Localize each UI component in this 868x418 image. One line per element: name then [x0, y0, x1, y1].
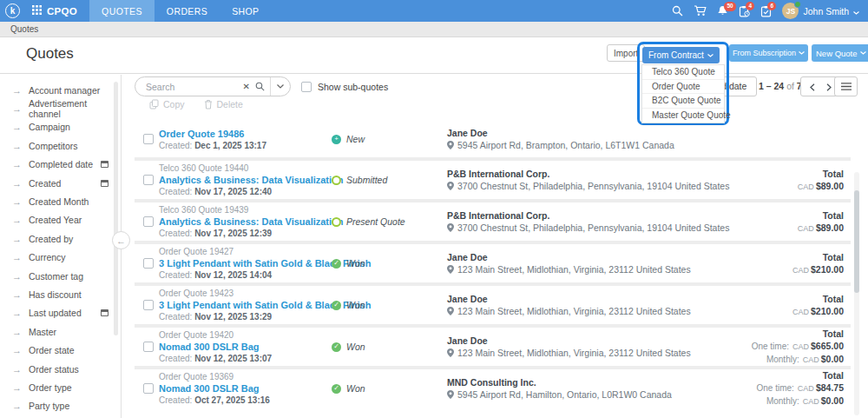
quote-created: Created: Oct 27, 2025 13:16	[159, 395, 341, 406]
list-options-button[interactable]	[834, 76, 858, 96]
status-won-icon: ✓	[332, 259, 341, 269]
search-options-chevron-icon[interactable]	[271, 84, 290, 89]
row-checkbox[interactable]	[143, 383, 154, 394]
tab-shop[interactable]: SHOP	[220, 0, 271, 22]
row-checkbox[interactable]	[143, 342, 154, 352]
filter-label: Account manager	[29, 85, 100, 96]
delete-button[interactable]: Delete	[204, 99, 243, 109]
sidebar-item-order-state[interactable]: →Order state	[0, 341, 121, 359]
tab-orders[interactable]: ORDERS	[155, 0, 220, 22]
notifications-bell-icon[interactable]: 50	[717, 5, 728, 17]
currency-code: CAD	[803, 397, 819, 406]
filter-label: Has discount	[29, 289, 82, 300]
from-contract-menu: Telco 360 QuoteOrder QuoteB2C Quote Quot…	[641, 64, 725, 123]
pagination-of: of	[786, 81, 794, 91]
calendar-icon[interactable]	[101, 180, 108, 187]
app-switcher[interactable]: CPQO	[32, 0, 77, 22]
clear-search-icon[interactable]: ✕	[243, 82, 250, 91]
quote-name-link[interactable]: Analytics & Business: Data Visualization	[159, 216, 341, 228]
copy-button[interactable]: Copy	[149, 99, 185, 109]
row-checkbox[interactable]	[143, 175, 154, 185]
top-navigation-bar: k CPQO QUOTES ORDERS SHOP 50 4 6 JS John…	[0, 0, 868, 22]
quote-row[interactable]: Order Quote 19486Created: Dec 1, 2025 13…	[135, 121, 851, 157]
search-icon[interactable]	[672, 5, 683, 17]
bell-badge: 50	[724, 2, 735, 11]
quote-name-link[interactable]: Nomad 300 DSLR Bag	[159, 341, 341, 353]
sidebar-filter-list: →Account manager→Advertisement channel→C…	[0, 81, 121, 415]
sidebar-scrollbar[interactable]	[114, 82, 118, 335]
sidebar-item-created[interactable]: →Created	[0, 174, 121, 192]
pending-tasks-icon[interactable]: 4	[739, 5, 750, 17]
quote-type-label: Order Quote 19420	[159, 329, 341, 341]
sidebar-item-advertisement-channel[interactable]: →Advertisement channel	[0, 99, 121, 117]
sidebar-item-created-by[interactable]: →Created by	[0, 229, 121, 248]
next-page-button[interactable]	[826, 79, 832, 95]
new-quote-button[interactable]: New Quote	[812, 44, 868, 62]
sidebar-collapse-button[interactable]: ←	[112, 231, 130, 249]
quote-row[interactable]: Order Quote 19420Nomad 300 DSLR BagCreat…	[135, 328, 851, 366]
tab-quotes[interactable]: QUOTES	[89, 0, 155, 22]
sidebar-item-campaign[interactable]: →Campaign	[0, 118, 121, 136]
quote-name-link[interactable]: Order Quote 19486	[159, 128, 341, 140]
sidebar-item-order-status[interactable]: →Order status	[0, 360, 121, 378]
filter-label: Last updated	[29, 308, 82, 318]
dropdown-item-order-quote[interactable]: Order Quote	[642, 80, 724, 95]
sidebar-item-created-month[interactable]: →Created Month	[0, 192, 121, 210]
row-checkbox[interactable]	[143, 258, 154, 269]
dropdown-item-master-quote-quote[interactable]: Master Quote Quote	[642, 109, 724, 123]
sidebar-item-last-updated[interactable]: →Last updated	[0, 304, 121, 322]
status-submitted-icon	[332, 176, 341, 185]
expand-arrow-icon: →	[12, 178, 22, 189]
quote-total: TotalOne time:CAD$84.75Monthly:CAD$0.00	[757, 369, 845, 408]
prev-page-button[interactable]	[810, 79, 815, 95]
sidebar-item-master[interactable]: →Master	[0, 322, 121, 341]
user-menu[interactable]: JS John Smith	[782, 3, 859, 19]
quote-row[interactable]: Telco 360 Quote 19440Analytics & Busines…	[135, 161, 851, 199]
app-logo[interactable]: k	[5, 3, 20, 18]
quote-name-link[interactable]: 3 Light Pendant with Satin Gold & Black …	[159, 257, 341, 269]
search-box[interactable]: ✕	[135, 76, 291, 96]
quote-name-link[interactable]: Analytics & Business: Data Visualization	[159, 174, 341, 186]
from-contract-button[interactable]: From Contract	[642, 47, 720, 63]
quote-name-link[interactable]: 3 Light Pendant with Satin Gold & Black …	[159, 299, 341, 311]
location-pin-icon	[447, 390, 454, 399]
total-line: CAD$210.00	[789, 263, 844, 276]
sidebar-item-customer-tag[interactable]: →Customer tag	[0, 267, 121, 285]
total-amount: $89.00	[816, 222, 844, 233]
approvals-icon[interactable]: 6	[760, 5, 772, 17]
expand-arrow-icon: →	[12, 364, 22, 375]
from-subscription-button[interactable]: From Subscription	[729, 44, 808, 62]
quote-row[interactable]: Order Quote 194233 Light Pendant with Sa…	[135, 286, 851, 324]
search-input[interactable]	[135, 81, 241, 93]
total-label: Total	[789, 293, 844, 305]
cart-icon[interactable]	[694, 5, 707, 17]
quote-row[interactable]: Order Quote 194273 Light Pendant with Sa…	[135, 244, 851, 282]
row-checkbox[interactable]	[143, 216, 154, 227]
quote-name-link[interactable]: Nomad 300 DSLR Bag	[159, 382, 341, 395]
calendar-icon[interactable]	[101, 309, 108, 316]
quote-row[interactable]: Telco 360 Quote 19439Analytics & Busines…	[135, 202, 851, 241]
show-subquotes-checkbox[interactable]	[301, 82, 312, 92]
search-submit-icon[interactable]	[255, 82, 265, 91]
quote-row[interactable]: Order Quote 19369Nomad 300 DSLR BagCreat…	[135, 369, 851, 408]
sidebar-item-has-discount[interactable]: →Has discount	[0, 285, 121, 303]
show-subquotes-toggle[interactable]: Show sub-quotes	[301, 82, 388, 92]
currency-code: CAD	[792, 266, 809, 275]
sidebar-item-account-manager[interactable]: →Account manager	[0, 81, 121, 99]
dropdown-item-telco-360-quote[interactable]: Telco 360 Quote	[642, 65, 724, 80]
calendar-icon[interactable]	[101, 161, 108, 168]
row-checkbox[interactable]	[143, 300, 154, 310]
sidebar-item-created-year[interactable]: →Created Year	[0, 211, 121, 229]
sidebar-item-currency[interactable]: →Currency	[0, 249, 121, 267]
pagination-range: 1 – 24	[759, 81, 784, 91]
filter-label: Campaign	[29, 122, 70, 132]
sidebar-item-party-type[interactable]: →Party type	[0, 397, 121, 415]
sidebar-item-order-type[interactable]: →Order type	[0, 378, 121, 396]
sidebar-item-competitors[interactable]: →Competitors	[0, 136, 121, 155]
breadcrumb[interactable]: Quotes	[0, 22, 868, 37]
currency-code: CAD	[798, 182, 814, 191]
list-scrollbar-thumb[interactable]	[854, 190, 859, 293]
dropdown-item-b2c-quote-quote[interactable]: B2C Quote Quote	[642, 94, 724, 109]
row-checkbox[interactable]	[143, 134, 154, 144]
sidebar-item-completed-date[interactable]: →Completed date	[0, 156, 121, 174]
